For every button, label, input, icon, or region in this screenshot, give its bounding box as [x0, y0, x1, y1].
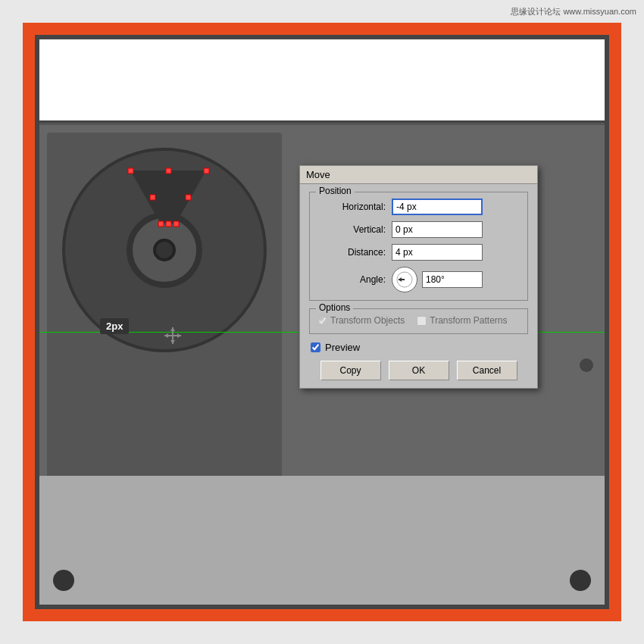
- transform-objects-option[interactable]: Transform Objects: [317, 315, 405, 326]
- ok-button[interactable]: OK: [389, 361, 449, 380]
- corner-dot-br: [570, 570, 591, 591]
- svg-rect-4: [158, 221, 164, 227]
- svg-rect-5: [166, 168, 171, 174]
- bottom-strip: [39, 476, 605, 605]
- vertical-input[interactable]: [392, 221, 483, 238]
- svg-marker-12: [170, 340, 175, 344]
- right-dot: [580, 358, 593, 372]
- horizontal-label: Horizontal:: [317, 202, 386, 212]
- copy-button[interactable]: Copy: [320, 361, 381, 380]
- vertical-row: Vertical:: [317, 221, 520, 238]
- transform-objects-label: Transform Objects: [330, 315, 405, 326]
- transform-patterns-label: Transform Patterns: [430, 315, 507, 326]
- svg-marker-0: [130, 170, 206, 224]
- move-dialog: Move Position Horizontal: Vertical: Dist…: [299, 165, 538, 389]
- button-row: Copy OK Cancel: [309, 361, 528, 380]
- options-row: Transform Objects Transform Patterns: [317, 315, 520, 326]
- position-legend: Position: [316, 186, 355, 196]
- transform-patterns-checkbox[interactable]: [417, 316, 427, 326]
- dialog-titlebar: Move: [300, 166, 537, 184]
- distance-input[interactable]: [392, 244, 483, 261]
- horizontal-input[interactable]: [392, 199, 483, 215]
- transform-objects-checkbox[interactable]: [317, 316, 327, 326]
- shape-svg-area: [77, 148, 214, 239]
- transform-patterns-option[interactable]: Transform Patterns: [417, 315, 507, 326]
- svg-marker-13: [164, 333, 168, 338]
- cancel-button[interactable]: Cancel: [457, 361, 517, 380]
- svg-rect-7: [186, 195, 191, 200]
- corner-dot-bl: [53, 570, 74, 591]
- options-legend: Options: [316, 302, 353, 313]
- options-fieldset: Options Transform Objects Transform Patt…: [309, 308, 528, 334]
- preview-label[interactable]: Preview: [325, 342, 360, 353]
- vertical-label: Vertical:: [317, 224, 386, 235]
- dialog-body: Position Horizontal: Vertical: Distance:…: [300, 184, 537, 388]
- svg-marker-11: [170, 327, 175, 331]
- distance-row: Distance:: [317, 244, 520, 261]
- angle-row: Angle:: [317, 267, 520, 292]
- svg-rect-6: [150, 195, 155, 200]
- svg-rect-3: [174, 221, 179, 227]
- angle-input[interactable]: [422, 271, 483, 288]
- watermark: 思缘设计论坛 www.missyuan.com: [511, 6, 636, 17]
- top-strip: [39, 39, 605, 123]
- move-icon: [164, 327, 181, 348]
- svg-rect-8: [166, 221, 171, 227]
- position-fieldset: Position Horizontal: Vertical: Distance:…: [309, 192, 528, 301]
- dialog-title: Move: [306, 169, 330, 180]
- distance-label: Distance:: [317, 247, 386, 258]
- angle-visual: [392, 267, 417, 292]
- angle-label: Angle:: [317, 274, 386, 285]
- preview-checkbox[interactable]: [311, 342, 320, 352]
- svg-rect-2: [204, 168, 209, 174]
- svg-marker-14: [177, 333, 181, 338]
- horizontal-row: Horizontal:: [317, 199, 520, 215]
- svg-rect-1: [128, 168, 133, 174]
- px-label: 2px: [100, 318, 129, 334]
- preview-row: Preview: [309, 342, 528, 353]
